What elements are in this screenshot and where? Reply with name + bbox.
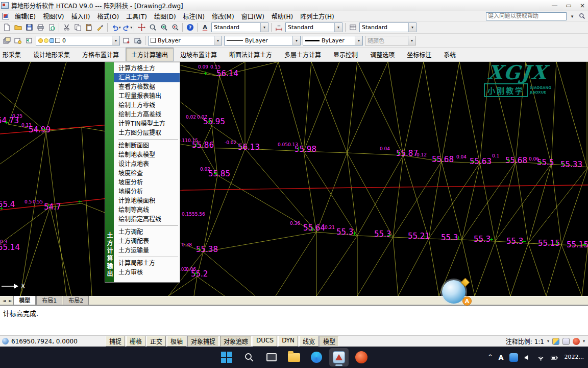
dim-style-combo[interactable]: Standard▾ xyxy=(285,22,342,32)
layer-on-icon[interactable] xyxy=(38,38,43,43)
toggle-对象追踪[interactable]: 对象追踪 xyxy=(220,336,252,347)
messenger-tray-icon[interactable] xyxy=(509,353,518,362)
popup-menu-item[interactable]: 计算局部土方 xyxy=(114,259,180,268)
tab-nav-next-icon[interactable]: ► xyxy=(7,298,13,305)
plugin-menu-item[interactable]: 系统 xyxy=(438,48,461,61)
open-icon[interactable] xyxy=(12,22,23,33)
table-style-combo[interactable]: Standard▾ xyxy=(359,22,416,32)
annotation-visibility-icon[interactable] xyxy=(552,338,559,345)
popup-menu-item[interactable]: 土方审核 xyxy=(114,268,180,277)
layer-properties-icon[interactable] xyxy=(1,35,12,46)
popup-menu-item[interactable]: 计算TIN模型土方 xyxy=(114,119,180,128)
drawing-document-icon[interactable] xyxy=(2,13,9,19)
plot-preview-icon[interactable] xyxy=(46,22,57,33)
paste-icon[interactable] xyxy=(83,22,94,33)
layer-isolate-icon[interactable] xyxy=(132,35,143,46)
text-style-icon[interactable]: A xyxy=(199,22,210,33)
cut-icon[interactable] xyxy=(61,22,72,33)
floating-tool-widget[interactable]: A xyxy=(442,279,473,306)
zoom-previous-icon[interactable] xyxy=(169,22,181,33)
menubar-item[interactable]: 格式(O) xyxy=(93,11,122,21)
toggle-DYN[interactable]: DYN xyxy=(278,336,298,347)
help-search-input[interactable] xyxy=(486,12,567,20)
pan-icon[interactable] xyxy=(136,22,147,33)
combo-caret-icon[interactable]: ▾ xyxy=(408,23,416,32)
popup-menu-item[interactable]: 土方调配表 xyxy=(114,237,180,246)
toggle-极轴[interactable]: 极轴 xyxy=(167,336,186,347)
minimize-icon[interactable]: — xyxy=(552,2,558,9)
popup-menu-item[interactable]: 绘制土方高差线 xyxy=(114,110,180,119)
toggle-正交[interactable]: 正交 xyxy=(146,336,166,347)
layer-thaw-icon[interactable] xyxy=(44,38,48,43)
close-icon[interactable]: × xyxy=(580,2,585,9)
popup-menu-item[interactable]: 坡度检查 xyxy=(114,169,180,178)
save-icon[interactable] xyxy=(23,22,35,33)
plugin-menu-item[interactable]: 形采集 xyxy=(0,48,27,61)
menubar-item[interactable]: 视图(V) xyxy=(39,11,68,21)
tray-expand-icon[interactable]: ^ xyxy=(487,354,493,361)
redo-dropdown-icon[interactable]: ▾ xyxy=(131,26,133,30)
volume-icon[interactable] xyxy=(524,354,531,361)
command-window[interactable]: 计标高完成. xyxy=(0,305,588,335)
combo-caret-icon[interactable]: ▾ xyxy=(334,23,342,32)
menubar-item[interactable]: 编辑(E) xyxy=(11,11,39,21)
clean-screen-icon[interactable] xyxy=(573,338,580,345)
layer-lock-icon[interactable] xyxy=(50,38,54,43)
plugin-menu-item[interactable]: 设计地形采集 xyxy=(28,48,76,61)
plugin-menu-item[interactable]: 多层土方计算 xyxy=(279,48,327,61)
layer-states-icon[interactable] xyxy=(12,35,23,46)
help-search-caret-icon[interactable]: ▾ xyxy=(568,12,576,20)
toggle-捕捉[interactable]: 捕捉 xyxy=(106,336,125,347)
match-properties-icon[interactable] xyxy=(94,22,106,33)
color-control-combo[interactable]: ByLayer ▾ xyxy=(148,36,222,45)
combo-caret-icon[interactable]: ▾ xyxy=(292,36,300,45)
dim-style-icon[interactable] xyxy=(273,22,284,33)
combo-caret-icon[interactable]: ▾ xyxy=(355,36,362,45)
undo-dropdown-icon[interactable]: ▾ xyxy=(119,26,121,30)
popup-menu-item[interactable]: 工程量报表输出 xyxy=(114,91,180,101)
toggle-线宽[interactable]: 线宽 xyxy=(299,336,318,347)
popup-menu-item[interactable]: 土方图分层提取 xyxy=(114,128,180,137)
toggle-DUCS[interactable]: DUCS xyxy=(253,336,277,347)
new-icon[interactable] xyxy=(1,22,12,33)
annotation-scale[interactable]: 注释比例: 1:1 xyxy=(506,337,544,346)
input-method-indicator[interactable]: A xyxy=(498,354,503,361)
plugin-menu-item[interactable]: 调整选项 xyxy=(364,48,400,61)
plugin-menu-item[interactable]: 土方计算输出 xyxy=(126,48,174,61)
drawing-canvas[interactable]: 56.1455.9555.8656.1355.9855.8755.6855.63… xyxy=(0,62,588,296)
wifi-icon[interactable] xyxy=(537,354,545,361)
plugin-menu-item[interactable]: 方格布置计算 xyxy=(77,48,125,61)
combo-caret-icon[interactable]: ▾ xyxy=(112,36,119,45)
menubar-item[interactable]: 阵列土方(H) xyxy=(297,11,337,21)
popup-menu-item[interactable]: 绘制土方零线 xyxy=(114,101,180,110)
combo-caret-icon[interactable]: ▾ xyxy=(260,23,268,32)
layer-previous-icon[interactable] xyxy=(23,35,35,46)
toggle-模型[interactable]: 模型 xyxy=(320,336,339,347)
menubar-item[interactable]: 窗口(W) xyxy=(238,11,268,21)
toggle-对象捕捉[interactable]: 对象捕捉 xyxy=(187,336,219,347)
plugin-menu-item[interactable]: 显示控制 xyxy=(328,48,363,61)
toggle-栅格[interactable]: 栅格 xyxy=(126,336,145,347)
popup-menu-item[interactable]: 计算地模面积 xyxy=(114,196,180,205)
plugin-menu-item[interactable]: 断面法计算土方 xyxy=(224,48,278,61)
print-icon[interactable] xyxy=(35,22,46,33)
popup-menu-item[interactable]: 绘制断面图 xyxy=(114,141,180,150)
lineweight-control-combo[interactable]: ByLayer ▾ xyxy=(303,36,363,45)
table-style-icon[interactable] xyxy=(347,22,358,33)
menubar-item[interactable]: 工具(T) xyxy=(122,11,151,21)
status-overflow-caret-icon[interactable]: ▾ xyxy=(583,339,585,343)
popup-menu-item[interactable]: 土方运输量 xyxy=(114,246,180,255)
popup-menu-item[interactable]: 汇总土方量 xyxy=(114,73,180,82)
zoom-window-icon[interactable] xyxy=(158,22,169,33)
popup-menu-item[interactable]: 坡度分析 xyxy=(114,178,180,187)
plugin-menu-item[interactable]: 坐标标注 xyxy=(401,48,437,61)
popup-menu-item[interactable]: 地模分析 xyxy=(114,187,180,196)
make-object-layer-icon[interactable] xyxy=(121,35,132,46)
task-view-button[interactable] xyxy=(262,348,281,366)
search-button[interactable] xyxy=(239,348,259,366)
menubar-item[interactable]: 修改(M) xyxy=(208,11,238,21)
zoom-realtime-icon[interactable] xyxy=(147,22,158,33)
copy-icon[interactable] xyxy=(72,22,83,33)
popup-menu-item[interactable]: 查看方格数据 xyxy=(114,82,180,91)
menubar-item[interactable]: 帮助(H) xyxy=(268,11,297,21)
